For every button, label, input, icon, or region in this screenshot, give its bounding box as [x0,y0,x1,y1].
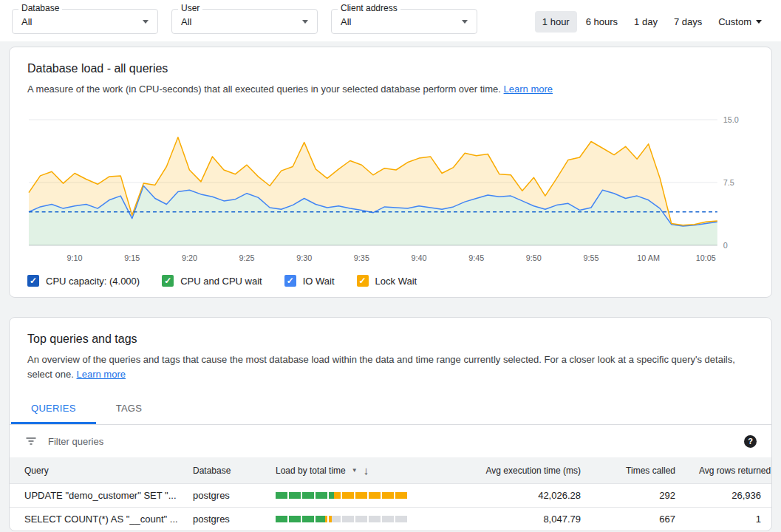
chevron-down-icon [302,20,308,27]
load-cell [264,508,449,531]
time-range-1-hour[interactable]: 1 hour [535,11,577,33]
svg-text:9:55: 9:55 [583,253,598,262]
user-filter-label: User [178,3,202,13]
learn-more-link[interactable]: Learn more [504,83,553,95]
chart-legend: ✓ CPU capacity: (4.000) ✓ CPU and CPU wa… [27,275,754,287]
svg-text:10 AM: 10 AM [637,253,660,262]
page-content: Database load - all queries A measure of… [0,41,781,532]
load-bar-stripes [276,516,409,522]
col-header-load-by-total-time[interactable]: Load by total time ▼ ↓ [264,457,449,484]
client-address-filter-label: Client address [338,3,400,13]
chevron-down-icon [756,20,762,27]
database-filter-value: All [21,16,32,27]
check-icon: ✓ [287,276,294,285]
filter-queries-input[interactable] [48,436,744,447]
check-icon: ✓ [164,276,171,285]
query-cell: UPDATE "demo_customer" SET "... [10,484,181,508]
svg-text:9:50: 9:50 [526,253,542,262]
queries-tags-tabs: QUERIES TAGS [10,392,771,425]
load-bar-stripes [276,492,409,499]
svg-text:9:15: 9:15 [124,253,140,262]
database-filter-select[interactable]: Database All [12,9,158,34]
load-bar [276,516,409,522]
time-range-custom[interactable]: Custom [711,11,769,33]
learn-more-link[interactable]: Learn more [77,369,126,380]
col-header-avg-rows-returned: Avg rows returned [687,457,772,484]
user-filter-value: All [181,16,191,27]
table-row[interactable]: SELECT COUNT(*) AS "__count" ... postgre… [10,508,772,531]
svg-text:15.0: 15.0 [723,115,739,124]
legend-label-lock-wait: Lock Wait [375,276,417,287]
database-cell: postgres [181,508,264,531]
filter-toolbar: Database All User All Client address All… [0,0,781,41]
client-address-filter-value: All [341,16,351,27]
time-range-custom-label: Custom [718,16,751,27]
database-load-description: A measure of the work (in CPU-seconds) t… [27,82,754,97]
database-filter-label: Database [18,3,62,13]
col-header-query: Query [10,457,181,484]
legend-label-cpu-and-cpu-wait: CPU and CPU wait [180,276,262,287]
help-icon[interactable]: ? [744,435,757,448]
chevron-down-icon [143,20,149,27]
time-range-1-day[interactable]: 1 day [627,11,665,33]
svg-text:9:30: 9:30 [296,253,312,262]
col-header-times-called: Times called [593,457,687,484]
legend-item-cpu-and-cpu-wait[interactable]: ✓ CPU and CPU wait [162,275,262,287]
table-row[interactable]: UPDATE "demo_customer" SET "... postgres… [10,484,772,508]
svg-text:9:45: 9:45 [468,253,484,262]
legend-item-lock-wait[interactable]: ✓ Lock Wait [357,275,417,287]
top-queries-card: Top queries and tags An overview of the … [9,317,772,531]
svg-text:9:25: 9:25 [239,253,255,262]
avg-execution-time-cell: 8,047.79 [449,508,593,531]
legend-item-cpu-capacity[interactable]: ✓ CPU capacity: (4.000) [27,275,140,287]
tab-queries[interactable]: QUERIES [11,392,96,424]
database-cell: postgres [181,484,264,508]
check-icon: ✓ [30,276,37,285]
avg-execution-time-cell: 42,026.28 [449,484,593,508]
client-address-filter-select[interactable]: Client address All [331,9,477,34]
col-header-load-label: Load by total time [276,466,346,476]
load-bar [276,492,409,499]
query-filter-bar: ? [10,425,771,457]
top-queries-table: Query Database Load by total time ▼ ↓ Av… [10,457,772,531]
time-range-7-days[interactable]: 7 days [666,11,709,33]
top-queries-description: An overview of the queries and tags that… [27,352,754,382]
filter-list-icon [24,434,38,448]
load-cell [264,484,449,508]
avg-rows-returned-cell: 26,936 [687,484,772,508]
top-queries-title: Top queries and tags [27,332,754,346]
load-chart[interactable]: 15.07.509:109:159:209:259:309:359:409:45… [27,109,754,267]
svg-text:9:35: 9:35 [354,253,369,262]
top-queries-description-text: An overview of the queries and tags that… [27,354,735,380]
legend-checkbox-0: ✓ [27,275,39,287]
svg-text:9:10: 9:10 [67,253,83,262]
database-load-title: Database load - all queries [27,62,754,75]
legend-checkbox-3: ✓ [357,275,369,287]
time-range-selector: 1 hour 6 hours 1 day 7 days Custom [535,11,769,33]
query-cell: SELECT COUNT(*) AS "__count" ... [10,508,181,531]
chevron-down-icon [462,20,468,27]
legend-label-io-wait: IO Wait [303,276,335,287]
legend-checkbox-1: ✓ [162,275,174,287]
times-called-cell: 667 [593,508,687,531]
legend-item-io-wait[interactable]: ✓ IO Wait [284,275,335,287]
legend-label-cpu-capacity: CPU capacity: (4.000) [46,276,140,287]
svg-text:9:40: 9:40 [412,253,427,262]
svg-text:10:05: 10:05 [696,253,716,262]
check-icon: ✓ [359,276,366,285]
legend-checkbox-2: ✓ [284,275,296,287]
sort-descending-icon[interactable]: ↓ [364,464,369,477]
table-header-row: Query Database Load by total time ▼ ↓ Av… [10,457,772,484]
svg-text:0: 0 [723,241,728,250]
avg-rows-returned-cell: 1 [687,508,772,531]
svg-text:9:20: 9:20 [182,253,197,262]
svg-text:7.5: 7.5 [723,178,734,187]
col-header-avg-execution-time: Avg execution time (ms) [449,457,593,484]
time-range-6-hours[interactable]: 6 hours [579,11,625,33]
times-called-cell: 292 [593,484,687,508]
col-header-database: Database [181,457,264,484]
tab-tags[interactable]: TAGS [96,392,163,424]
user-filter-select[interactable]: User All [171,9,318,34]
column-menu-arrow-icon[interactable]: ▼ [352,467,358,474]
database-load-description-text: A measure of the work (in CPU-seconds) t… [27,83,501,95]
